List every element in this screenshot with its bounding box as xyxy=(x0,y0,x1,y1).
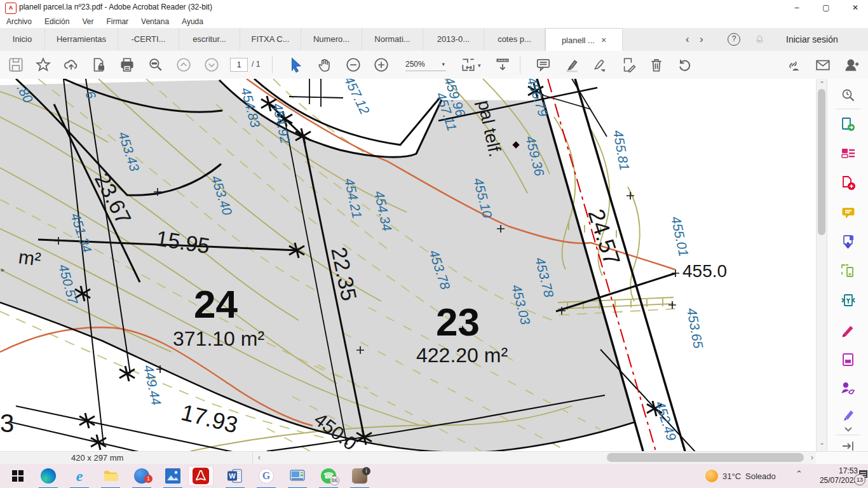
sign-in-button[interactable]: Iniciar sesión xyxy=(786,28,838,50)
print-icon[interactable] xyxy=(119,57,135,73)
edit-pdf-icon[interactable] xyxy=(841,146,856,161)
help-icon[interactable]: ? xyxy=(728,28,740,50)
edit-page-icon[interactable] xyxy=(620,57,636,73)
combine-files-icon[interactable] xyxy=(841,234,856,250)
whatsapp-icon[interactable]: ☎ 86 xyxy=(316,466,341,486)
search-tools-icon[interactable] xyxy=(147,57,164,73)
zoom-level-dropdown[interactable]: 250% ▾ xyxy=(405,58,446,71)
menu-ventana[interactable]: Ventana xyxy=(135,17,175,26)
share-person-icon[interactable] xyxy=(843,57,860,73)
stamp-tool-icon[interactable] xyxy=(841,352,856,367)
tab-nav-back[interactable]: ‹ xyxy=(681,28,694,50)
file-explorer-icon[interactable] xyxy=(98,466,123,486)
previous-page-icon[interactable] xyxy=(175,57,192,73)
acrobat-reader-icon-active[interactable] xyxy=(188,466,214,486)
star-icon[interactable] xyxy=(35,57,51,73)
rotate-icon[interactable] xyxy=(676,57,693,73)
menu-edicion[interactable]: Edición xyxy=(38,17,76,26)
tab-doc-certi[interactable]: -CERTI... xyxy=(118,28,179,50)
taskbar-clock[interactable]: 17:53 25/07/2023 xyxy=(811,466,858,485)
thunderbird-icon[interactable]: 1 xyxy=(129,466,154,486)
chevron-down-icon: ▾ xyxy=(442,58,445,71)
internet-explorer-icon[interactable]: e xyxy=(67,466,92,486)
map-label: 455.0 xyxy=(682,261,727,281)
bell-icon[interactable]: 🕭 xyxy=(755,28,765,50)
request-signatures-icon[interactable] xyxy=(841,381,856,396)
whatsapp-badge: 86 xyxy=(330,476,339,485)
scroll-left-icon[interactable]: ‹ xyxy=(258,452,261,464)
map-label: 371.10 m² xyxy=(173,327,264,350)
save-icon[interactable] xyxy=(8,57,24,73)
game-app-icon[interactable]: i xyxy=(347,466,372,486)
fit-width-icon[interactable] xyxy=(494,57,511,73)
close-button[interactable]: ✕ xyxy=(843,0,868,15)
highlight-tool-icon[interactable] xyxy=(841,408,856,423)
map-label: 24 xyxy=(194,282,238,326)
tab-inicio[interactable]: Inicio xyxy=(0,28,45,50)
sign-pen-icon[interactable] xyxy=(592,57,608,73)
tray-expand-icon[interactable]: ⌃ xyxy=(796,469,803,478)
organize-pages-icon[interactable] xyxy=(841,264,856,279)
vertical-scrollbar[interactable]: ⌃ ⌄ xyxy=(816,79,827,451)
info-badge: i xyxy=(362,467,370,475)
email-icon[interactable] xyxy=(815,57,831,73)
highlighter-icon[interactable] xyxy=(564,57,580,73)
tab-doc-cotes[interactable]: cotes p... xyxy=(484,28,545,50)
horizontal-scrollbar[interactable]: ‹ › xyxy=(253,452,816,464)
taskbar-weather[interactable]: 31°C Soleado xyxy=(705,464,776,488)
tab-herramientas[interactable]: Herramientas xyxy=(45,28,118,50)
tab-doc-2013[interactable]: 2013-0... xyxy=(423,28,484,50)
tab-nav-forward[interactable]: › xyxy=(695,28,708,50)
photos-app-icon[interactable] xyxy=(160,466,186,486)
chevron-down-icon[interactable]: ▾ xyxy=(478,62,481,69)
tab-doc-planell-active[interactable]: planell ... × xyxy=(545,28,623,51)
tab-close-icon[interactable]: × xyxy=(601,35,606,45)
menu-ver[interactable]: Ver xyxy=(76,17,100,26)
map-label: 17.93 xyxy=(179,399,240,438)
create-pdf-icon[interactable] xyxy=(841,175,856,191)
page-lock-icon[interactable] xyxy=(90,57,107,73)
scroll-right-icon[interactable]: › xyxy=(811,452,813,464)
map-label: m² xyxy=(17,246,42,270)
word-icon[interactable]: W xyxy=(222,466,248,486)
export-pdf-icon[interactable] xyxy=(841,117,856,132)
page-fit-icon[interactable] xyxy=(460,57,477,73)
cloud-upload-icon[interactable] xyxy=(63,57,79,73)
delete-icon[interactable] xyxy=(648,57,665,73)
start-button[interactable] xyxy=(5,466,31,486)
menu-ayuda[interactable]: Ayuda xyxy=(175,17,210,26)
select-tool-icon[interactable] xyxy=(287,57,304,73)
tab-doc-normati[interactable]: Normati... xyxy=(362,28,423,50)
hand-tool-icon[interactable] xyxy=(316,57,333,73)
zoom-out-icon[interactable] xyxy=(345,57,362,73)
link-icon[interactable] xyxy=(785,57,801,73)
fill-sign-icon[interactable] xyxy=(841,323,856,339)
pdf-page-canvas[interactable]: .806453.43451.34450.57449.44454.83454.92… xyxy=(0,79,816,451)
horizontal-scroll-thumb[interactable] xyxy=(607,453,804,462)
scroll-down-icon[interactable]: ⌄ xyxy=(817,438,827,447)
media-app-icon[interactable] xyxy=(285,466,310,486)
zoom-in-icon[interactable] xyxy=(373,57,390,73)
tab-doc-fitxa[interactable]: FITXA C... xyxy=(240,28,301,50)
menu-firmar[interactable]: Firmar xyxy=(100,17,135,26)
sidebar-divider xyxy=(836,435,860,435)
next-page-icon[interactable] xyxy=(203,57,220,73)
page-number-input[interactable]: 1 xyxy=(230,58,248,72)
comment-tool-icon[interactable] xyxy=(841,205,856,220)
menu-archivo[interactable]: Archivo xyxy=(0,17,38,26)
scroll-up-icon[interactable]: ⌃ xyxy=(817,80,827,88)
compress-pdf-icon[interactable] xyxy=(841,293,856,308)
comment-icon[interactable] xyxy=(535,57,552,73)
chevron-down-icon[interactable] xyxy=(841,422,856,430)
toolbar-separator xyxy=(520,56,520,74)
search-tool-icon[interactable] xyxy=(841,88,856,103)
vertical-scroll-thumb[interactable] xyxy=(818,89,825,235)
g-app-icon[interactable]: G xyxy=(254,466,279,486)
edge-browser-icon[interactable] xyxy=(36,466,61,486)
maximize-button[interactable]: ▢ xyxy=(813,0,839,15)
minimize-button[interactable]: – xyxy=(784,0,810,15)
tab-doc-numero[interactable]: Numero... xyxy=(301,28,362,50)
left-pane-toggle-icon[interactable]: ▸ xyxy=(1,266,5,274)
unread-badge: 1 xyxy=(144,475,153,483)
tab-doc-escritur[interactable]: escritur... xyxy=(179,28,240,50)
